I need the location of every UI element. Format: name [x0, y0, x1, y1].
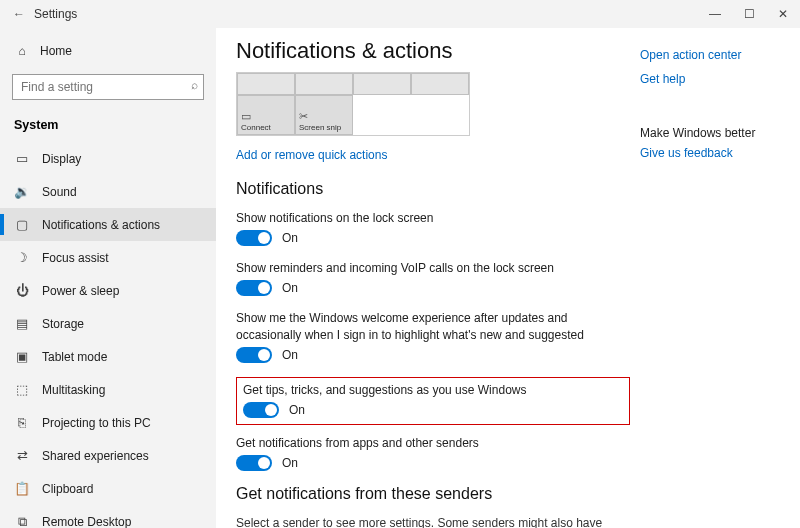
home-link[interactable]: ⌂ Home [0, 36, 216, 66]
minimize-button[interactable]: — [698, 0, 732, 28]
nav-label: Notifications & actions [42, 218, 160, 232]
storage-icon: ▤ [14, 316, 30, 331]
notifications-header: Notifications [236, 180, 630, 198]
toggle-state: On [282, 456, 298, 470]
search-icon: ⌕ [191, 78, 198, 92]
titlebar: ← Settings — ☐ ✕ [0, 0, 800, 28]
add-remove-quick-actions[interactable]: Add or remove quick actions [236, 148, 630, 162]
main: Notifications & actions ▭Connect ✂Screen… [216, 28, 800, 528]
qa-label: Screen snip [299, 123, 349, 132]
nav-label: Focus assist [42, 251, 109, 265]
qa-tile[interactable] [295, 73, 353, 95]
qa-tile[interactable] [411, 73, 469, 95]
toggle[interactable] [236, 280, 272, 296]
power-icon: ⏻ [14, 283, 30, 298]
qa-label: Connect [241, 123, 291, 132]
tablet-icon: ▣ [14, 349, 30, 364]
search-input[interactable] [12, 74, 204, 100]
setting-desc: Get tips, tricks, and suggestions as you… [243, 382, 623, 398]
setting-lock-screen-notif: Show notifications on the lock screen On [236, 210, 630, 246]
toggle[interactable] [236, 347, 272, 363]
senders-text: Select a sender to see more settings. So… [236, 515, 616, 528]
nav-power-sleep[interactable]: ⏻Power & sleep [0, 274, 216, 307]
nav-label: Storage [42, 317, 84, 331]
page-title: Notifications & actions [236, 38, 630, 64]
nav-label: Sound [42, 185, 77, 199]
notifications-icon: ▢ [14, 217, 30, 232]
toggle-state: On [289, 403, 305, 417]
nav-multitasking[interactable]: ⬚Multitasking [0, 373, 216, 406]
nav-label: Multitasking [42, 383, 105, 397]
setting-tips: Get tips, tricks, and suggestions as you… [243, 382, 623, 418]
right-column: Open action center Get help Make Windows… [630, 38, 775, 528]
snip-icon: ✂ [299, 110, 349, 123]
remote-icon: ⧉ [14, 514, 30, 528]
maximize-button[interactable]: ☐ [732, 0, 766, 28]
focus-icon: ☽ [14, 250, 30, 265]
setting-welcome-exp: Show me the Windows welcome experience a… [236, 310, 630, 362]
get-help-link[interactable]: Get help [640, 72, 755, 86]
nav-label: Projecting to this PC [42, 416, 151, 430]
qa-tile-connect[interactable]: ▭Connect [237, 95, 295, 135]
setting-apps-senders: Get notifications from apps and other se… [236, 435, 630, 471]
nav-sound[interactable]: 🔉Sound [0, 175, 216, 208]
make-better-header: Make Windows better [640, 126, 755, 140]
shared-icon: ⇄ [14, 448, 30, 463]
window-title: Settings [34, 7, 77, 21]
feedback-link[interactable]: Give us feedback [640, 146, 755, 160]
search-wrap: ⌕ [12, 74, 204, 100]
setting-desc: Get notifications from apps and other se… [236, 435, 616, 451]
nav-tablet-mode[interactable]: ▣Tablet mode [0, 340, 216, 373]
home-icon: ⌂ [14, 44, 30, 58]
setting-voip-lock: Show reminders and incoming VoIP calls o… [236, 260, 630, 296]
toggle-state: On [282, 281, 298, 295]
project-icon: ⎘ [14, 415, 30, 430]
back-button[interactable]: ← [8, 7, 30, 21]
nav-storage[interactable]: ▤Storage [0, 307, 216, 340]
open-action-center-link[interactable]: Open action center [640, 48, 755, 62]
nav-label: Tablet mode [42, 350, 107, 364]
toggle[interactable] [236, 455, 272, 471]
nav-label: Power & sleep [42, 284, 119, 298]
nav-focus-assist[interactable]: ☽Focus assist [0, 241, 216, 274]
nav-display[interactable]: ▭Display [0, 142, 216, 175]
qa-tile-screen-snip[interactable]: ✂Screen snip [295, 95, 353, 135]
app-body: ⌂ Home ⌕ System ▭Display 🔉Sound ▢Notific… [0, 28, 800, 528]
nav-label: Remote Desktop [42, 515, 131, 528]
home-label: Home [40, 44, 72, 58]
nav-label: Clipboard [42, 482, 93, 496]
senders-header: Get notifications from these senders [236, 485, 630, 503]
category-header: System [0, 112, 216, 142]
multitask-icon: ⬚ [14, 382, 30, 397]
clipboard-icon: 📋 [14, 481, 30, 496]
toggle-state: On [282, 231, 298, 245]
nav-notifications[interactable]: ▢Notifications & actions [0, 208, 216, 241]
toggle[interactable] [236, 230, 272, 246]
qa-tile[interactable] [237, 73, 295, 95]
display-icon: ▭ [14, 151, 30, 166]
nav-remote-desktop[interactable]: ⧉Remote Desktop [0, 505, 216, 528]
setting-desc: Show reminders and incoming VoIP calls o… [236, 260, 616, 276]
setting-desc: Show notifications on the lock screen [236, 210, 616, 226]
nav-projecting[interactable]: ⎘Projecting to this PC [0, 406, 216, 439]
nav-label: Display [42, 152, 81, 166]
sidebar: ⌂ Home ⌕ System ▭Display 🔉Sound ▢Notific… [0, 28, 216, 528]
window-controls: — ☐ ✕ [698, 0, 800, 28]
content: Notifications & actions ▭Connect ✂Screen… [236, 38, 630, 528]
nav-label: Shared experiences [42, 449, 149, 463]
sound-icon: 🔉 [14, 184, 30, 199]
nav-shared-exp[interactable]: ⇄Shared experiences [0, 439, 216, 472]
setting-desc: Show me the Windows welcome experience a… [236, 310, 616, 342]
quick-actions-grid: ▭Connect ✂Screen snip [236, 72, 470, 136]
toggle-state: On [282, 348, 298, 362]
nav-clipboard[interactable]: 📋Clipboard [0, 472, 216, 505]
connect-icon: ▭ [241, 110, 291, 123]
highlighted-setting: Get tips, tricks, and suggestions as you… [236, 377, 630, 425]
qa-tile[interactable] [353, 73, 411, 95]
close-button[interactable]: ✕ [766, 0, 800, 28]
toggle[interactable] [243, 402, 279, 418]
